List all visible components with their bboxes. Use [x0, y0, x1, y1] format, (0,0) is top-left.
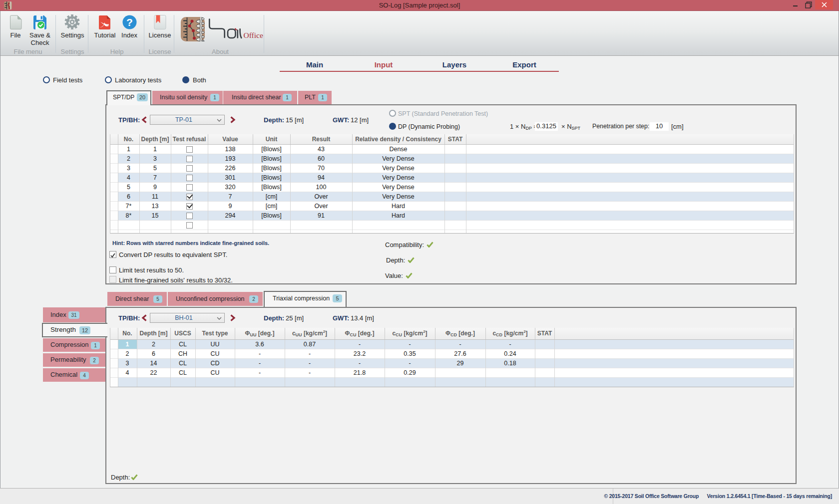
- svg-text:Office: Office: [244, 31, 263, 39]
- svg-text:?: ?: [126, 16, 133, 28]
